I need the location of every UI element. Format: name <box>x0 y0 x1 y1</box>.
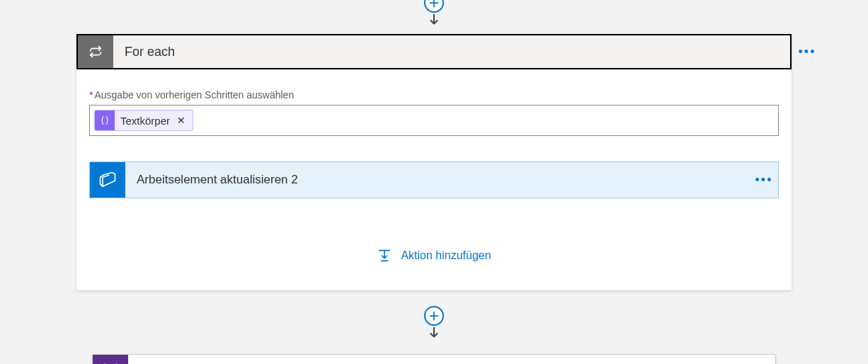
next-action-icon <box>93 355 128 364</box>
previous-output-input[interactable]: Textkörper ✕ <box>89 105 779 136</box>
add-step-button-below[interactable] <box>424 306 444 326</box>
next-action-card[interactable] <box>92 354 776 364</box>
for-each-card: ••• For each *Ausgabe von vorherigen Sch… <box>76 34 792 290</box>
token-textkoerper[interactable]: Textkörper ✕ <box>94 110 193 131</box>
arrow-down-icon <box>426 326 442 341</box>
ellipsis-icon: ••• <box>799 45 816 58</box>
input-label-text: Ausgabe von vorherigen Schritten auswähl… <box>94 89 294 101</box>
ellipsis-icon: ••• <box>755 173 773 187</box>
arrow-down-icon <box>426 13 442 28</box>
for-each-menu-button[interactable]: ••• <box>796 41 818 62</box>
azure-devops-icon <box>90 162 125 198</box>
inner-action-card[interactable]: Arbeitselement aktualisieren 2 ••• <box>89 161 779 198</box>
for-each-title: For each <box>113 35 790 68</box>
loop-icon <box>78 35 113 68</box>
insert-action-icon <box>377 248 392 263</box>
plus-icon <box>429 311 439 321</box>
token-remove-button[interactable]: ✕ <box>176 115 187 126</box>
add-action-button[interactable]: Aktion hinzufügen <box>89 248 779 263</box>
connector-after-foreach <box>424 306 444 341</box>
connector-before-foreach <box>424 0 444 28</box>
plus-icon <box>429 0 439 8</box>
for-each-header[interactable]: For each <box>76 34 792 69</box>
dynamic-content-icon <box>95 110 115 130</box>
token-label: Textkörper <box>120 115 170 127</box>
add-step-button-top[interactable] <box>424 0 444 13</box>
inner-action-menu-button[interactable]: ••• <box>750 174 778 186</box>
required-asterisk: * <box>89 89 93 101</box>
input-label: *Ausgabe von vorherigen Schritten auswäh… <box>89 89 779 101</box>
add-action-label: Aktion hinzufügen <box>401 249 491 262</box>
inner-action-title: Arbeitselement aktualisieren 2 <box>125 173 750 187</box>
